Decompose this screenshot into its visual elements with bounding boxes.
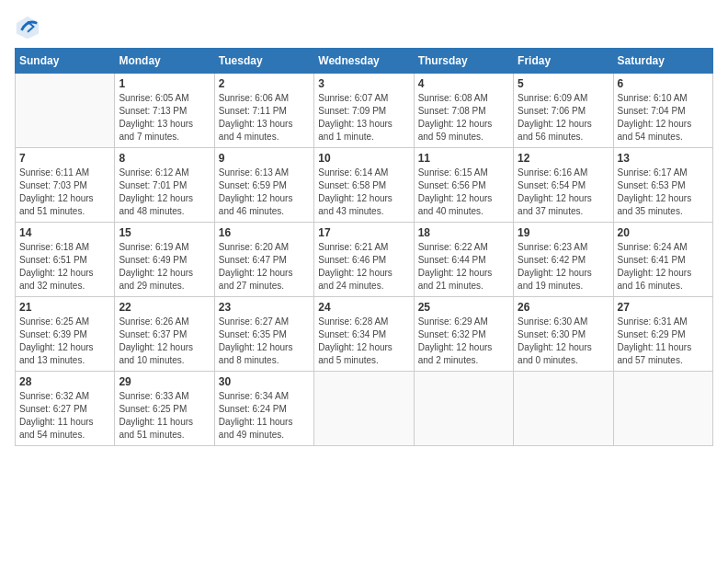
calendar-cell: 4Sunrise: 6:08 AM Sunset: 7:08 PM Daylig… [414,74,513,148]
day-info: Sunrise: 6:11 AM Sunset: 7:03 PM Dayligh… [19,167,110,218]
day-info: Sunrise: 6:10 AM Sunset: 7:04 PM Dayligh… [618,92,709,144]
day-number: 15 [119,226,210,239]
day-info: Sunrise: 6:07 AM Sunset: 7:09 PM Dayligh… [318,92,409,144]
day-number: 25 [418,301,509,314]
calendar-cell: 18Sunrise: 6:22 AM Sunset: 6:44 PM Dayli… [414,223,513,297]
day-number: 6 [618,77,709,90]
calendar-cell: 22Sunrise: 6:26 AM Sunset: 6:37 PM Dayli… [115,297,214,372]
calendar-cell: 26Sunrise: 6:30 AM Sunset: 6:30 PM Dayli… [514,297,613,372]
day-number: 30 [219,375,310,388]
calendar-cell: 7Sunrise: 6:11 AM Sunset: 7:03 PM Daylig… [16,148,115,223]
calendar-cell: 28Sunrise: 6:32 AM Sunset: 6:27 PM Dayli… [16,372,115,446]
day-info: Sunrise: 6:12 AM Sunset: 7:01 PM Dayligh… [119,167,210,218]
day-number: 14 [19,226,110,239]
day-number: 5 [518,77,609,90]
day-number: 16 [219,226,310,239]
day-info: Sunrise: 6:09 AM Sunset: 7:06 PM Dayligh… [518,92,609,144]
calendar-cell: 13Sunrise: 6:17 AM Sunset: 6:53 PM Dayli… [613,148,712,223]
svg-marker-0 [17,17,39,39]
day-info: Sunrise: 6:31 AM Sunset: 6:29 PM Dayligh… [618,316,709,367]
calendar-cell [613,372,712,446]
day-of-week-header: Thursday [414,49,513,74]
calendar-cell: 6Sunrise: 6:10 AM Sunset: 7:04 PM Daylig… [613,74,712,148]
day-of-week-header: Wednesday [314,49,414,74]
day-info: Sunrise: 6:27 AM Sunset: 6:35 PM Dayligh… [219,316,310,367]
calendar-table: SundayMondayTuesdayWednesdayThursdayFrid… [15,48,713,446]
day-number: 3 [318,77,409,90]
day-of-week-header: Monday [115,49,214,74]
day-of-week-header: Friday [514,49,613,74]
calendar-cell: 25Sunrise: 6:29 AM Sunset: 6:32 PM Dayli… [414,297,513,372]
calendar-cell: 24Sunrise: 6:28 AM Sunset: 6:34 PM Dayli… [314,297,414,372]
day-number: 2 [219,77,310,90]
day-number: 26 [518,301,609,314]
calendar-cell: 3Sunrise: 6:07 AM Sunset: 7:09 PM Daylig… [314,74,414,148]
day-info: Sunrise: 6:17 AM Sunset: 6:53 PM Dayligh… [618,167,709,218]
day-info: Sunrise: 6:18 AM Sunset: 6:51 PM Dayligh… [19,241,110,293]
calendar-cell: 16Sunrise: 6:20 AM Sunset: 6:47 PM Dayli… [214,223,313,297]
day-number: 22 [119,301,210,314]
calendar-cell [16,74,115,148]
day-of-week-header: Saturday [613,49,712,74]
calendar-cell: 2Sunrise: 6:06 AM Sunset: 7:11 PM Daylig… [214,74,313,148]
day-info: Sunrise: 6:20 AM Sunset: 6:47 PM Dayligh… [219,241,310,293]
day-info: Sunrise: 6:19 AM Sunset: 6:49 PM Dayligh… [119,241,210,293]
day-info: Sunrise: 6:08 AM Sunset: 7:08 PM Dayligh… [418,92,509,144]
day-number: 24 [318,301,409,314]
calendar-cell: 14Sunrise: 6:18 AM Sunset: 6:51 PM Dayli… [16,223,115,297]
day-info: Sunrise: 6:28 AM Sunset: 6:34 PM Dayligh… [318,316,409,367]
day-number: 21 [19,301,110,314]
calendar-week-row: 14Sunrise: 6:18 AM Sunset: 6:51 PM Dayli… [16,223,713,297]
day-number: 27 [618,301,709,314]
day-info: Sunrise: 6:16 AM Sunset: 6:54 PM Dayligh… [518,167,609,218]
calendar-cell: 8Sunrise: 6:12 AM Sunset: 7:01 PM Daylig… [115,148,214,223]
calendar-cell: 21Sunrise: 6:25 AM Sunset: 6:39 PM Dayli… [16,297,115,372]
day-info: Sunrise: 6:06 AM Sunset: 7:11 PM Dayligh… [219,92,310,144]
calendar-cell: 17Sunrise: 6:21 AM Sunset: 6:46 PM Dayli… [314,223,414,297]
calendar-cell: 29Sunrise: 6:33 AM Sunset: 6:25 PM Dayli… [115,372,214,446]
calendar-cell: 11Sunrise: 6:15 AM Sunset: 6:56 PM Dayli… [414,148,513,223]
page-header [15,15,713,40]
day-number: 23 [219,301,310,314]
day-info: Sunrise: 6:21 AM Sunset: 6:46 PM Dayligh… [318,241,409,293]
calendar-cell [414,372,513,446]
calendar-cell: 15Sunrise: 6:19 AM Sunset: 6:49 PM Dayli… [115,223,214,297]
calendar-week-row: 1Sunrise: 6:05 AM Sunset: 7:13 PM Daylig… [16,74,713,148]
logo [15,15,44,40]
day-number: 4 [418,77,509,90]
day-number: 12 [518,152,609,165]
calendar-cell: 1Sunrise: 6:05 AM Sunset: 7:13 PM Daylig… [115,74,214,148]
day-info: Sunrise: 6:33 AM Sunset: 6:25 PM Dayligh… [119,390,210,442]
calendar-week-row: 21Sunrise: 6:25 AM Sunset: 6:39 PM Dayli… [16,297,713,372]
day-number: 11 [418,152,509,165]
calendar-cell: 9Sunrise: 6:13 AM Sunset: 6:59 PM Daylig… [214,148,313,223]
day-info: Sunrise: 6:29 AM Sunset: 6:32 PM Dayligh… [418,316,509,367]
calendar-cell: 5Sunrise: 6:09 AM Sunset: 7:06 PM Daylig… [514,74,613,148]
day-number: 1 [119,77,210,90]
day-number: 20 [618,226,709,239]
day-of-week-header: Tuesday [214,49,313,74]
day-info: Sunrise: 6:26 AM Sunset: 6:37 PM Dayligh… [119,316,210,367]
calendar-header-row: SundayMondayTuesdayWednesdayThursdayFrid… [16,49,713,74]
day-info: Sunrise: 6:25 AM Sunset: 6:39 PM Dayligh… [19,316,110,367]
calendar-cell: 19Sunrise: 6:23 AM Sunset: 6:42 PM Dayli… [514,223,613,297]
calendar-cell: 20Sunrise: 6:24 AM Sunset: 6:41 PM Dayli… [613,223,712,297]
day-info: Sunrise: 6:15 AM Sunset: 6:56 PM Dayligh… [418,167,509,218]
day-number: 13 [618,152,709,165]
calendar-cell: 12Sunrise: 6:16 AM Sunset: 6:54 PM Dayli… [514,148,613,223]
day-number: 19 [518,226,609,239]
day-info: Sunrise: 6:30 AM Sunset: 6:30 PM Dayligh… [518,316,609,367]
day-info: Sunrise: 6:32 AM Sunset: 6:27 PM Dayligh… [19,390,110,442]
day-info: Sunrise: 6:23 AM Sunset: 6:42 PM Dayligh… [518,241,609,293]
day-info: Sunrise: 6:05 AM Sunset: 7:13 PM Dayligh… [119,92,210,144]
day-number: 9 [219,152,310,165]
day-number: 18 [418,226,509,239]
day-number: 10 [318,152,409,165]
day-number: 29 [119,375,210,388]
day-info: Sunrise: 6:13 AM Sunset: 6:59 PM Dayligh… [219,167,310,218]
day-number: 8 [119,152,210,165]
day-number: 7 [19,152,110,165]
calendar-week-row: 28Sunrise: 6:32 AM Sunset: 6:27 PM Dayli… [16,372,713,446]
calendar-cell: 30Sunrise: 6:34 AM Sunset: 6:24 PM Dayli… [214,372,313,446]
calendar-cell: 27Sunrise: 6:31 AM Sunset: 6:29 PM Dayli… [613,297,712,372]
